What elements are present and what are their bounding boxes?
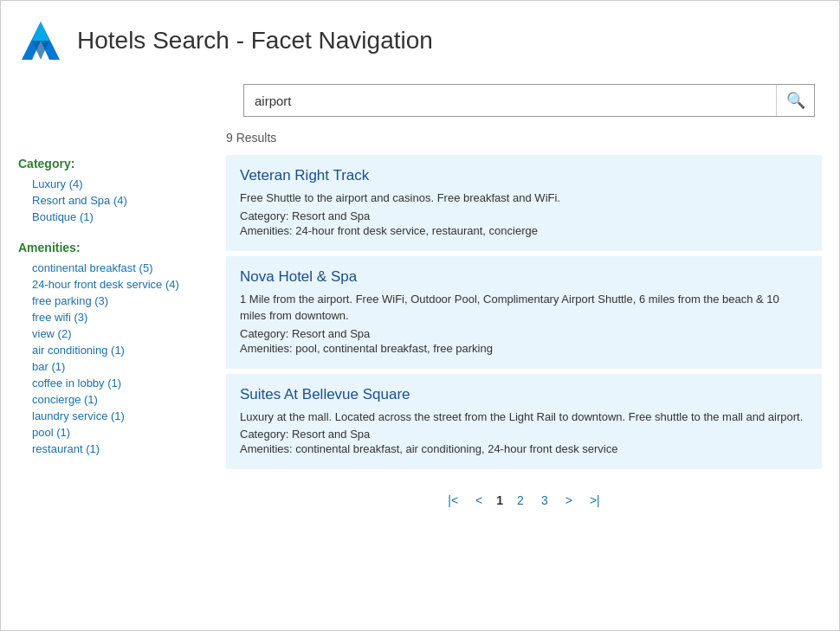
page-container: Hotels Search - Facet Navigation 🔍 Categ…	[0, 0, 840, 631]
result-category-3: Category: Resort and Spa	[240, 428, 808, 441]
search-bar-row: 🔍	[18, 84, 822, 117]
pagination-page-3[interactable]: 3	[538, 492, 552, 509]
pagination-next[interactable]: >	[562, 492, 576, 509]
pagination: |< < 1 2 3 > >|	[226, 492, 822, 509]
result-amenities-1: Amenities: 24-hour front desk service, r…	[240, 224, 808, 237]
facet-item-free-wifi[interactable]: free wifi (3)	[18, 309, 209, 325]
search-bar: 🔍	[243, 84, 815, 117]
facet-item-view[interactable]: view (2)	[18, 325, 209, 342]
facet-item-continental-breakfast[interactable]: continental breakfast (5)	[18, 260, 209, 276]
facet-title-amenities: Amenities:	[18, 241, 209, 254]
result-title-3[interactable]: Suites At Bellevue Square	[240, 386, 808, 403]
page-title: Hotels Search - Facet Navigation	[77, 27, 433, 55]
facet-item-boutique[interactable]: Boutique (1)	[18, 209, 209, 225]
facet-title-category: Category:	[18, 157, 209, 171]
results-area: 9 Results Veteran Right Track Free Shutt…	[226, 131, 822, 509]
result-amenities-2: Amenities: pool, continental breakfast, …	[240, 342, 808, 355]
result-amenities-3: Amenities: continental breakfast, air co…	[240, 442, 808, 455]
result-card-2: Nova Hotel & Spa 1 Mile from the airport…	[226, 256, 822, 370]
result-card-3: Suites At Bellevue Square Luxury at the …	[226, 374, 822, 472]
result-desc-2: 1 Mile from the airport. Free WiFi, Outd…	[240, 291, 808, 325]
result-category-2: Category: Resort and Spa	[240, 327, 808, 340]
result-card-1: Veteran Right Track Free Shuttle to the …	[226, 155, 822, 253]
result-desc-1: Free Shuttle to the airport and casinos.…	[240, 190, 808, 207]
svg-marker-1	[32, 22, 49, 41]
facet-section-category: Category: Luxury (4) Resort and Spa (4) …	[18, 157, 209, 225]
facet-item-resort-spa[interactable]: Resort and Spa (4)	[18, 192, 209, 209]
result-title-2[interactable]: Nova Hotel & Spa	[240, 268, 808, 286]
facet-item-pool[interactable]: pool (1)	[18, 424, 209, 441]
result-desc-3: Luxury at the mall. Located across the s…	[240, 409, 808, 426]
app-logo-icon	[18, 18, 63, 63]
pagination-last[interactable]: >|	[586, 492, 604, 509]
result-category-1: Category: Resort and Spa	[240, 209, 808, 222]
facet-item-free-parking[interactable]: free parking (3)	[18, 293, 209, 309]
facet-section-amenities: Amenities: continental breakfast (5) 24-…	[18, 241, 209, 457]
sidebar: Category: Luxury (4) Resort and Spa (4) …	[18, 131, 226, 509]
facet-item-concierge[interactable]: concierge (1)	[18, 391, 209, 408]
pagination-prev[interactable]: <	[472, 492, 486, 509]
pagination-first[interactable]: |<	[444, 492, 462, 509]
facet-item-24hr-desk[interactable]: 24-hour front desk service (4)	[18, 276, 209, 293]
facet-item-luxury[interactable]: Luxury (4)	[18, 176, 209, 192]
pagination-page-1[interactable]: 1	[496, 493, 503, 507]
facet-item-restaurant[interactable]: restaurant (1)	[18, 441, 209, 457]
facet-item-coffee-lobby[interactable]: coffee in lobby (1)	[18, 375, 209, 391]
facet-item-laundry[interactable]: laundry service (1)	[18, 408, 209, 424]
facet-item-air-conditioning[interactable]: air conditioning (1)	[18, 342, 209, 358]
header: Hotels Search - Facet Navigation	[18, 18, 822, 63]
pagination-page-2[interactable]: 2	[514, 492, 527, 509]
facet-item-bar[interactable]: bar (1)	[18, 358, 209, 375]
search-input[interactable]	[244, 85, 776, 116]
main-layout: Category: Luxury (4) Resort and Spa (4) …	[18, 131, 822, 509]
result-title-1[interactable]: Veteran Right Track	[240, 167, 808, 184]
search-button[interactable]: 🔍	[776, 85, 814, 116]
results-count: 9 Results	[226, 131, 822, 145]
